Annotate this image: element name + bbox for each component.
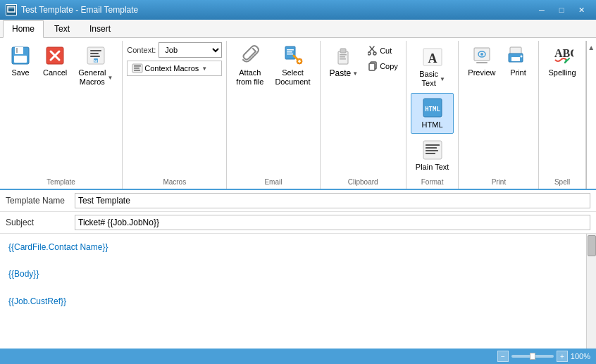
restore-button[interactable]: □ — [552, 3, 571, 17]
ribbon-body: Save Cancel — [0, 38, 596, 190]
editor-line-5: {{Job.CustRef}} — [8, 295, 578, 308]
svg-text:HTML: HTML — [425, 106, 440, 113]
attach-icon — [239, 44, 261, 67]
editor-line-4 — [8, 281, 578, 294]
copy-icon — [368, 61, 378, 71]
basic-text-label: BasicText — [419, 70, 438, 88]
spell-group-content: ABC Spelling — [543, 41, 581, 177]
app-icon — [6, 4, 17, 15]
paste-arrow: ▼ — [351, 70, 358, 77]
spelling-label: Spelling — [548, 68, 576, 77]
cancel-button[interactable]: Cancel — [38, 41, 72, 81]
template-group-label: Template — [4, 177, 118, 189]
svg-text:ABC: ABC — [554, 47, 573, 59]
close-button[interactable]: ✕ — [572, 3, 590, 17]
svg-rect-4 — [16, 48, 18, 53]
ribbon-group-spell: ABC Spelling Spell — [539, 41, 585, 189]
svg-rect-22 — [287, 54, 293, 55]
html-button[interactable]: HTML HTML — [411, 93, 454, 133]
context-row: Context: Job Contact Company Context Mac — [127, 41, 222, 77]
zoom-in-button[interactable]: + — [557, 351, 568, 362]
tab-text[interactable]: Text — [45, 20, 79, 37]
ribbon-tabs: Home Text Insert — [0, 20, 596, 38]
svg-rect-46 — [426, 150, 438, 151]
tab-insert[interactable]: Insert — [80, 20, 120, 37]
select-document-icon — [281, 44, 304, 67]
scrollbar-thumb[interactable] — [588, 235, 596, 256]
editor-line-2 — [8, 254, 578, 268]
editor-content[interactable]: {{CardFile.Contact Name}} {{Body}} {{Job… — [0, 234, 586, 349]
svg-rect-10 — [90, 50, 101, 51]
context-field: Context: Job Contact Company — [127, 42, 222, 58]
general-macros-arrow: ▼ — [106, 75, 113, 81]
print-label: Print — [510, 68, 526, 77]
ribbon-group-template: Save Cancel — [0, 41, 123, 189]
ribbon-group-macros: Context: Job Contact Company Context Mac — [123, 41, 227, 189]
svg-rect-18 — [134, 70, 140, 71]
spell-group-label: Spell — [543, 177, 581, 189]
context-macros-button[interactable]: Context Macros ▼ — [127, 61, 222, 76]
basic-text-button[interactable]: A BasicText ▼ — [411, 42, 454, 92]
tab-home[interactable]: Home — [3, 20, 44, 38]
plain-text-icon — [421, 139, 444, 161]
format-group-content: A BasicText ▼ HTML — [411, 41, 454, 177]
svg-text:M: M — [94, 59, 97, 63]
svg-rect-30 — [340, 58, 346, 60]
email-group-label: Email — [231, 177, 315, 189]
plain-text-button[interactable]: Plain Text — [411, 135, 454, 175]
svg-point-55 — [521, 56, 523, 58]
clipboard-small-buttons: Cut Copy — [364, 41, 402, 73]
copy-button[interactable]: Copy — [364, 59, 402, 73]
cancel-label: Cancel — [43, 68, 67, 77]
context-select[interactable]: Job Contact Company — [159, 42, 222, 58]
html-label: HTML — [422, 120, 443, 130]
svg-rect-16 — [134, 65, 141, 67]
paste-label-row: Paste ▼ — [330, 68, 359, 78]
zoom-level: 100% — [571, 352, 590, 360]
paste-button[interactable]: Paste ▼ — [325, 41, 364, 82]
preview-button[interactable]: Preview — [463, 41, 500, 81]
print-group-label: Print — [463, 177, 534, 189]
preview-icon — [471, 44, 493, 67]
cut-button[interactable]: Cut — [364, 44, 402, 58]
paste-icon — [333, 44, 355, 67]
spelling-button[interactable]: ABC Spelling — [543, 41, 581, 81]
ribbon-collapse-button[interactable]: ▲ — [586, 41, 596, 189]
subject-input[interactable] — [75, 215, 590, 230]
context-label: Context: — [127, 46, 156, 54]
zoom-out-button[interactable]: − — [497, 351, 509, 362]
svg-rect-38 — [369, 63, 375, 70]
save-button[interactable]: Save — [4, 41, 37, 81]
general-macros-label: GeneralMacros — [78, 68, 106, 87]
svg-rect-51 — [476, 62, 488, 63]
svg-rect-44 — [426, 144, 440, 146]
svg-point-33 — [368, 52, 371, 55]
format-group-label: Format — [411, 177, 454, 189]
ribbon-group-email: Attachfrom file SelectDocum — [227, 41, 320, 189]
ribbon-group-clipboard: Paste ▼ Cut — [321, 41, 406, 189]
zoom-slider-thumb[interactable] — [530, 353, 535, 360]
save-label: Save — [11, 68, 29, 77]
template-name-input[interactable] — [75, 193, 590, 208]
print-button[interactable]: Print — [502, 41, 534, 81]
zoom-slider[interactable] — [511, 355, 554, 358]
macro-contact-name: {{CardFile.Contact Name}} — [8, 242, 108, 252]
subject-label: Subject — [6, 218, 69, 227]
svg-rect-12 — [90, 56, 100, 57]
print-icon — [507, 44, 529, 67]
attach-from-file-button[interactable]: Attachfrom file — [231, 41, 268, 90]
svg-rect-19 — [285, 46, 295, 59]
select-document-button[interactable]: SelectDocument — [270, 41, 315, 90]
general-macros-button[interactable]: M GeneralMacros ▼ — [73, 41, 118, 90]
svg-text:A: A — [428, 51, 437, 65]
print-group-content: Preview Print — [463, 41, 534, 177]
cut-label: Cut — [380, 46, 392, 55]
attach-from-file-label: Attachfrom file — [236, 68, 263, 87]
macros-group-content: Context: Job Contact Company Context Mac — [127, 41, 222, 177]
select-document-label: SelectDocument — [275, 68, 310, 87]
subject-row: Subject — [0, 212, 596, 234]
minimize-button[interactable]: ─ — [533, 3, 551, 17]
vertical-scrollbar[interactable] — [586, 234, 596, 349]
title-bar-left: Test Template - Email Template — [6, 4, 138, 15]
zoom-controls: − + 100% — [497, 351, 590, 362]
